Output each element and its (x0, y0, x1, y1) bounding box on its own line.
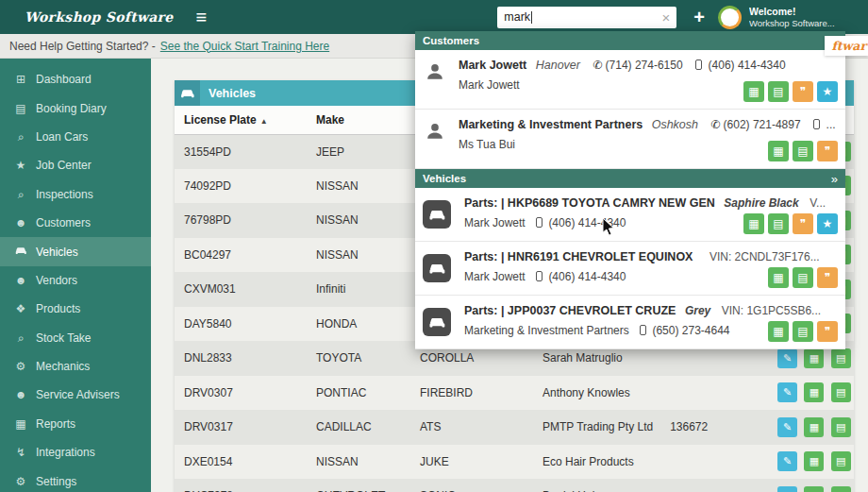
file-icon: ▤ (797, 145, 808, 157)
sidebar-item-job-center[interactable]: ★ Job Center (0, 151, 151, 179)
owner-ref: 136672 (670, 420, 708, 433)
edit-button[interactable]: ✎ (777, 348, 797, 368)
sidebar-item-vehicles[interactable]: Vehicles (0, 237, 151, 265)
pencil-icon: ✎ (783, 422, 792, 433)
customer-result[interactable]: Mark Jowett Hanover ✆(714) 274-6150 (406… (415, 50, 845, 110)
cell-plate: 74092PD (175, 169, 307, 204)
calendar-icon: ▤ (12, 102, 29, 115)
sidebar-item-label: Stock Take (36, 331, 91, 345)
vehicle-result[interactable]: Parts: | JPP0037 CHEVROLET CRUZE Grey VI… (415, 296, 845, 349)
star-icon: ★ (823, 86, 833, 97)
sidebar-item-inspections[interactable]: ⌕ Inspections (0, 180, 151, 209)
calendar-icon: ▦ (810, 456, 819, 467)
invoice-button[interactable]: ▤ (831, 451, 851, 471)
edit-button[interactable]: ✎ (777, 417, 797, 437)
sidebar-item-stock-take[interactable]: ⌕ Stock Take (0, 324, 151, 352)
vehicle-result[interactable]: Parts: | HKP6689 TOYOTA CAMRY NEW GEN Sa… (415, 188, 845, 242)
file-icon: ▤ (797, 326, 808, 337)
edit-button[interactable]: ✎ (777, 451, 797, 471)
table-row[interactable]: DRV0307 PONTIAC FIREBIRD Anthony Knowles… (175, 376, 854, 411)
chat-button[interactable]: ❞ (817, 141, 838, 161)
sidebar-item-loan-cars[interactable]: ⌕ Loan Cars (0, 123, 151, 151)
vehicle-title: Parts: | JPP0037 CHEVROLET CRUZE (464, 304, 676, 317)
sidebar-item-vendors[interactable]: ☻ Vendors (0, 266, 151, 295)
sidebar-item-reports[interactable]: ▦ Reports (0, 410, 151, 438)
column-header-make[interactable]: Make (307, 106, 410, 134)
dashboard-icon: ⊞ (12, 73, 29, 86)
sidebar-item-integrations[interactable]: ↯ Integrations (0, 438, 151, 467)
invoice-button[interactable]: ▤ (793, 321, 813, 342)
vehicle-variant: Saphire Black (724, 196, 798, 210)
sidebar-item-mechanics[interactable]: ⚙ Mechanics (0, 352, 151, 381)
chat-button[interactable]: ❞ (817, 321, 838, 342)
star-button[interactable]: ★ (817, 81, 838, 102)
invoice-button[interactable]: ▤ (831, 417, 851, 437)
table-row[interactable]: DRV0317 CADILLAC ATS PMTP Trading Pty Lt… (175, 410, 854, 445)
chat-button[interactable]: ❞ (793, 213, 813, 234)
sidebar-item-label: Integrations (36, 446, 95, 459)
edit-button[interactable]: ✎ (777, 382, 797, 402)
invoice-button[interactable]: ▤ (793, 141, 813, 161)
more-vehicles-icon[interactable]: » (831, 172, 838, 186)
invoice-button[interactable]: ▤ (768, 81, 789, 102)
sidebar-item-service-advisers[interactable]: ☻ Service Advisers (0, 381, 151, 409)
customer-contact: Mark Jowett (459, 78, 520, 92)
chat-button[interactable]: ❞ (793, 81, 813, 102)
vehicle-result[interactable]: Parts: | HNR6191 CHEVROLET EQUINOX VIN: … (415, 242, 845, 296)
cell-model: JUKE (410, 445, 533, 480)
invoice-button[interactable]: ▤ (831, 348, 851, 368)
sidebar-item-label: Settings (36, 475, 76, 488)
booking-button[interactable]: ▦ (804, 451, 824, 471)
car-icon (423, 254, 451, 282)
calendar-icon: ▦ (810, 353, 819, 364)
column-header-license-plate[interactable]: License Plate▲ (175, 106, 307, 134)
people-icon: ☻ (12, 216, 29, 229)
chat-button[interactable]: ❞ (817, 267, 838, 288)
invoice-button[interactable]: ▤ (831, 382, 851, 402)
booking-button[interactable]: ▦ (743, 213, 764, 234)
cell-plate: DYC7378 (175, 479, 307, 492)
toast-fragment: ftwar (825, 36, 868, 56)
welcome-title: Welcome! (749, 6, 855, 18)
sidebar-item-label: Booking Diary (36, 102, 107, 115)
vehicle-mobile: (406) 414-4340 (548, 216, 626, 229)
booking-button[interactable]: ▦ (743, 81, 764, 102)
account-logo-icon[interactable] (718, 6, 742, 29)
booking-button[interactable]: ▦ (804, 486, 824, 492)
sidebar-item-settings[interactable]: ⚙ Settings (0, 467, 151, 492)
sidebar-item-dashboard[interactable]: ⊞ Dashboard (0, 65, 151, 93)
edit-button[interactable]: ✎ (777, 486, 797, 492)
owner-name: Sarah Matruglio (542, 351, 623, 365)
owner-name: Eco Hair Products (542, 455, 634, 468)
star-button[interactable]: ★ (817, 213, 838, 234)
booking-button[interactable]: ▦ (768, 321, 789, 342)
invoice-button[interactable]: ▤ (793, 267, 813, 288)
sidebar: ⊞ Dashboard ▤ Booking Diary ⌕ Loan Cars … (0, 59, 151, 492)
cell-plate: BC04297 (175, 238, 307, 273)
cell-make: CADILLAC (307, 410, 410, 445)
sidebar-item-customers[interactable]: ☻ Customers (0, 209, 151, 237)
table-row[interactable]: DYC7378 CHEVROLET SONIC Daniel Holmes ✎ … (175, 479, 854, 492)
booking-button[interactable]: ▦ (804, 348, 824, 368)
invoice-button[interactable]: ▤ (831, 486, 851, 492)
chart-icon: ▦ (12, 417, 29, 431)
customer-contact: Ms Tua Bui (459, 138, 515, 151)
booking-button[interactable]: ▦ (768, 267, 789, 288)
account-menu[interactable]: Welcome! Workshop Software... (749, 6, 855, 29)
quick-start-link[interactable]: See the Quick Start Training Here (160, 40, 329, 53)
add-button[interactable]: + (693, 8, 705, 26)
booking-button[interactable]: ▦ (804, 417, 824, 437)
cell-actions: ✎ ▦ ▤ (774, 410, 854, 445)
search-results-dropdown: Customers » Mark Jowett Hanover ✆(714) 2… (415, 31, 845, 349)
hamburger-menu-icon[interactable]: ≡ (196, 8, 208, 26)
sidebar-item-booking-diary[interactable]: ▤ Booking Diary (0, 93, 151, 122)
booking-button[interactable]: ▦ (768, 141, 789, 161)
customer-result[interactable]: Marketing & Investment Partners Oshkosh … (415, 110, 845, 169)
search-input[interactable]: mark × (497, 7, 676, 28)
table-row[interactable]: DXE0154 NISSAN JUKE Eco Hair Products ✎ … (175, 445, 854, 480)
cell-make: Infiniti (307, 272, 410, 307)
booking-button[interactable]: ▦ (804, 382, 824, 402)
sidebar-item-products[interactable]: ❖ Products (0, 295, 151, 323)
clear-search-icon[interactable]: × (662, 10, 671, 25)
invoice-button[interactable]: ▤ (768, 213, 789, 234)
